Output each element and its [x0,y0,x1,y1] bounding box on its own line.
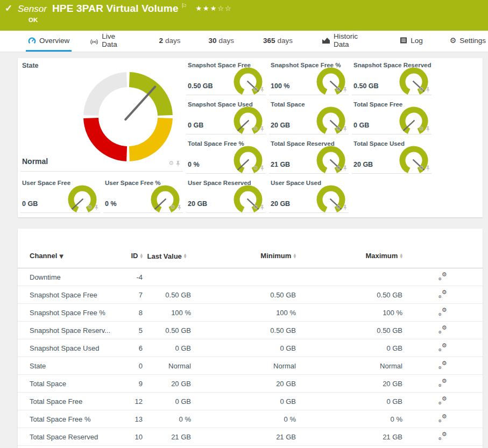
gauge-title: User Space Free [22,180,70,186]
channel-settings-gear-icon[interactable]: ⚙⚙ [439,432,447,440]
sort-arrows-icon: ▲▼ [140,253,143,258]
sort-caret-icon: ▼ [59,253,63,259]
channel-settings-gear-icon[interactable]: ⚙⚙ [439,343,447,352]
gear-icon[interactable]: ⚙ [419,126,424,132]
gear-icon[interactable]: ⚙ [336,166,341,171]
gauge-value: 0 % [105,200,117,208]
tab-30-days[interactable]: 30 days [206,31,236,52]
gear-icon[interactable]: ⚙ [336,205,341,210]
gear-icon[interactable]: ⚙ [168,161,174,166]
channel-settings-gear-icon[interactable]: ⚙⚙ [439,396,447,405]
pin-icon[interactable] [260,87,265,93]
gear-icon[interactable]: ⚙ [253,166,258,171]
gear-icon[interactable]: ⚙ [419,166,424,171]
table-row-snapshot-space-free: Snapshot Space Free70.50 GB0.50 GB0.50 G… [18,286,483,304]
pin-icon[interactable] [343,87,348,93]
tab-log[interactable]: Log [398,31,425,52]
gauge-value: 0.50 GB [353,82,379,90]
col-header-id[interactable]: ID▲▼ [116,252,143,260]
pin-icon[interactable] [177,204,182,210]
cell-maximum: 20 GB [296,380,402,388]
pin-icon[interactable] [343,204,348,210]
channel-settings-gear-icon[interactable]: ⚙⚙ [439,414,447,423]
pin-icon[interactable] [426,126,430,132]
sensor-header: ✓ Sensor HPE 3PAR Virtual Volume ⚐ ★★★☆☆… [0,0,488,31]
cell-channel: State [30,362,116,370]
table-row-snapshot-space-used: Snapshot Space Used60 GB0 GB0 GB⚙⚙ [18,339,483,357]
table-row-state: State0NormalNormalNormal⚙⚙ [18,357,483,375]
cell-id: 12 [116,397,143,406]
gear-icon[interactable]: ⚙ [170,205,175,210]
gauges-card: State Normal ⚙ Snapshot Space Free0.50 G… [18,58,483,217]
gauge-icon [28,37,36,45]
tab-label: days [165,37,181,45]
col-header-maximum[interactable]: Maximum▲▼ [296,252,402,260]
state-gauge-panel: State Normal ⚙ [20,59,183,172]
tab-2-days[interactable]: 2 days [157,31,182,52]
pin-icon[interactable] [260,204,265,210]
cell-last-value: 0.50 GB [143,326,191,335]
gauge-title: Total Space Used [353,140,405,147]
channel-settings-gear-icon[interactable]: ⚙⚙ [439,379,447,387]
gauge-panel-total-space: Total Space20 GB⚙ [269,98,349,134]
cell-channel: Snapshot Space Free [30,291,116,299]
channel-settings-gear-icon[interactable]: ⚙⚙ [439,272,447,281]
gauge-value: 20 GB [353,161,373,168]
channel-settings-gear-icon[interactable]: ⚙⚙ [439,308,447,316]
tab-number: 2 [159,37,163,45]
status-ok-check-icon: ✓ [5,3,12,14]
table-row-total-space-free: Total Space Free %130 %0 %0 %⚙⚙ [18,410,483,428]
col-header-channel[interactable]: Channel▼ [30,252,116,260]
sensor-title: HPE 3PAR Virtual Volume [52,3,179,15]
gauge-panel-total-space-free: Total Space Free %0 %⚙ [186,138,266,174]
priority-stars[interactable]: ★★★☆☆ [195,4,232,12]
gauge-value: 0 GB [353,122,369,129]
gear-icon[interactable]: ⚙ [253,126,258,132]
channel-settings-gear-icon[interactable]: ⚙⚙ [439,361,447,369]
cell-channel: Total Space Free % [30,415,116,423]
log-icon [400,37,407,44]
pin-icon[interactable] [94,204,99,210]
pin-icon[interactable] [426,165,430,171]
tab-historic-data[interactable]: Historic Data [320,31,374,52]
pin-icon[interactable] [343,126,348,132]
state-donut-segment [129,118,173,161]
cell-id: 8 [116,309,143,317]
tab-live-data[interactable]: Live Data [88,31,132,52]
gear-icon[interactable]: ⚙ [336,87,341,93]
gear-icon[interactable]: ⚙ [253,205,258,210]
col-header-last-value[interactable]: Last Value▲▼ [143,252,191,260]
channel-settings-gear-icon[interactable]: ⚙⚙ [439,290,447,298]
tab-overview[interactable]: Overview [26,31,72,52]
cell-maximum: 0 % [296,415,402,423]
cell-last-value: 0 GB [143,397,191,406]
tab-365-days[interactable]: 365 days [261,31,295,52]
cell-id: 6 [116,344,143,352]
gear-icon[interactable]: ⚙ [336,126,341,132]
gauge-title: User Space Used [271,180,321,186]
gauge-value: 20 GB [188,200,207,208]
cell-minimum: 0.50 GB [191,291,296,299]
gear-icon[interactable]: ⚙ [419,87,424,93]
cell-channel: Total Space Free [30,397,116,406]
cell-minimum: Normal [191,362,296,370]
cell-id: 7 [116,291,143,299]
pin-icon[interactable] [260,165,265,171]
gear-icon[interactable]: ⚙ [253,87,258,93]
pin-icon[interactable] [426,87,430,93]
cell-channel: Total Space [30,380,116,388]
pin-icon[interactable] [175,160,181,167]
cell-maximum: Normal [296,362,402,370]
tab-settings[interactable]: ⚙ Settings [448,31,488,52]
gear-icon[interactable]: ⚙ [87,205,93,210]
flag-icon[interactable]: ⚐ [181,2,187,10]
pin-icon[interactable] [260,126,265,132]
gauge-panel-user-space-used: User Space Used20 GB⚙ [269,177,349,213]
pin-icon[interactable] [343,165,348,171]
tab-number: 365 [263,37,275,45]
table-header-row: Channel▼ ID▲▼ Last Value▲▼ Minimum▲▼ Max… [18,244,483,268]
col-header-minimum[interactable]: Minimum▲▼ [191,252,296,260]
channel-settings-gear-icon[interactable]: ⚙⚙ [439,325,447,334]
gauge-value: 0 % [188,161,200,168]
cell-last-value: 0.50 GB [143,291,191,299]
